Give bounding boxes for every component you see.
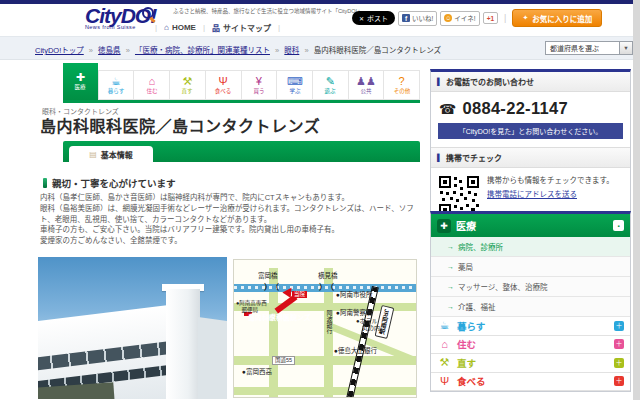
arrow-icon: → [447, 243, 454, 250]
contact-box: ▌ お電話でのお問い合わせ ☎ 0884-22-1147 「CityDO!を見た… [430, 69, 631, 225]
sidebar-item-living[interactable]: ☕ 暮らす ＋ [431, 317, 630, 336]
header-mark-icon: ▌ [437, 154, 442, 161]
building-tower [166, 289, 200, 399]
submenu-label: マッサージ、整体、治療院 [458, 281, 548, 292]
breadcrumb: CityDO!トップ » 徳島県 » 「医療・病院、診療所」関連業種リスト » … [35, 44, 441, 55]
tab-repair[interactable]: ⚒ 直す [170, 70, 206, 100]
breadcrumb-separator: » [275, 46, 279, 55]
medical-submenu: → 病院、診療所 → 薬局 → マッサージ、整体、治療院 → 介護、福祉 [431, 237, 630, 317]
add-favorite-label: お気に入りに追加 [532, 13, 592, 24]
site-logo[interactable]: CityDO! News from Suisse [85, 6, 156, 30]
poi-bank: ●徳島大正銀行 [334, 347, 377, 354]
nav-divider: | [203, 23, 205, 32]
arrow-icon: → [447, 263, 454, 270]
social-buttons: ✕ ポスト f いいね! ☺ イイネ! +1 | ✦ お気に入りに追加 [352, 9, 602, 27]
clinic-photo [38, 257, 227, 399]
nav-home-label: HOME [172, 23, 196, 32]
breadcrumb-home[interactable]: CityDO!トップ [35, 46, 84, 55]
tab-eating[interactable]: Ψ 食べる [206, 70, 242, 100]
tab-learning[interactable]: ⌨ 学ぶ [277, 70, 313, 100]
tab-medical[interactable]: ✚ 医療 [63, 63, 98, 100]
x-post-label: ポスト [367, 13, 388, 23]
people-icon: ♟♟ [356, 76, 376, 87]
sidebar-item-label: 直す [457, 356, 609, 370]
tab-shopping[interactable]: ¥ 買う [242, 70, 278, 100]
iine-label: イイネ! [454, 13, 475, 23]
pencil-icon: ✎ [326, 76, 335, 87]
coffee-cup-icon: ☕ [437, 319, 452, 332]
arrow-icon: → [447, 303, 454, 310]
poi-police: ●阿南警察署 [336, 309, 372, 316]
mobile-box-header: ▌ 携帯でチェック [431, 147, 630, 168]
facebook-like-button[interactable]: f いいね! [398, 11, 437, 26]
submenu-item-care[interactable]: → 介護、福祉 [431, 297, 630, 317]
access-map: ）（ ）（ 富岡橋 横見橋 JR阿南駅 当院 島内科眼科医院 島コンタクトレンズ… [233, 259, 417, 398]
expand-button[interactable]: ＋ [614, 376, 624, 386]
facebook-icon: f [402, 14, 410, 22]
paragraph: 眼科（島裕美医師）は、網膜光凝固手術などレーザー治療が受けられます。コンタクトレ… [40, 204, 422, 226]
tab-housing[interactable]: ⌂ 住む [134, 70, 170, 100]
add-favorite-button[interactable]: ✦ お気に入りに追加 [512, 9, 602, 27]
nav-sitemap-link[interactable]: 品 サイトマップ [212, 22, 271, 33]
site-description: ふるさと納税、特産品、旅行などで生活に役立つ地域情報サイト「CityDO!」 [173, 7, 363, 15]
fork-knife-icon: Ψ [219, 76, 228, 87]
mobile-heading: 携帯でチェック [446, 152, 502, 163]
expand-button[interactable]: ＋ [614, 339, 624, 349]
poi-school: ●富岡西高 [242, 368, 272, 375]
collapse-toggle-button[interactable]: ▪ [613, 220, 624, 231]
tab-label: 公共 [360, 88, 371, 94]
nav-divider: | [278, 23, 280, 32]
map-road [234, 387, 417, 395]
tab-public[interactable]: ♟♟ 公共 [349, 70, 385, 100]
bridge-label: 横見橋 [318, 272, 338, 279]
tab-play[interactable]: ✎ 遊ぶ [313, 70, 349, 100]
expand-button[interactable]: ＋ [614, 321, 624, 331]
breadcrumb-industry-list[interactable]: 「医療・病院、診療所」関連業種リスト [135, 46, 270, 55]
sidebar-categories: ☕ 暮らす ＋ ⌂ 住む ＋ ⚒ 直す ＋ Ψ 食べる ＋ [431, 317, 630, 391]
contact-box-header: ▌ お電話でのお問い合わせ [431, 72, 630, 92]
section-heading: 親切・丁寧を心がけています [43, 176, 176, 190]
house-icon: ⌂ [437, 338, 452, 350]
breadcrumb-category[interactable]: 眼科 [284, 46, 299, 55]
send-address-link[interactable]: 携帯電話にアドレスを送る [487, 189, 577, 200]
sidebar-item-repair[interactable]: ⚒ 直す ＋ [431, 354, 630, 373]
sidebar-item-label: 暮らす [457, 319, 609, 333]
menu-medical-header[interactable]: ✚ 医療 ▪ [431, 214, 630, 237]
x-post-button[interactable]: ✕ ポスト [352, 11, 395, 25]
nav-home-link[interactable]: ⌂ HOME [164, 23, 196, 32]
prefecture-select[interactable]: 都道府県を選ぶ ▼ [545, 41, 633, 55]
submenu-label: 介護、福祉 [458, 301, 496, 312]
section-heading-text: 親切・丁寧を心がけています [52, 176, 176, 190]
submenu-item-pharmacy[interactable]: → 薬局 [431, 257, 630, 277]
wrench-icon: ⚒ [183, 76, 193, 87]
paragraph: 車椅子の方も、ご安心下さい。当院はバリアフリー建築です。院内貸出し用の車椅子有。 [40, 225, 422, 236]
nav-divider: | [155, 23, 157, 32]
sidebar-item-eating[interactable]: Ψ 食べる ＋ [431, 373, 630, 392]
smile-icon: ☺ [444, 14, 452, 22]
header-nav: | ⌂ HOME | 品 サイトマップ | [155, 22, 280, 33]
sidebar-item-label: 食べる [457, 374, 609, 388]
iine-button[interactable]: ☺ イイネ! [440, 11, 479, 26]
gplus-icon: +1 [487, 15, 494, 22]
breadcrumb-separator: » [126, 46, 130, 55]
submenu-item-hospitals[interactable]: → 病院、診療所 [431, 237, 630, 257]
tab-label: 買う [253, 88, 264, 94]
green-bar-icon [43, 178, 47, 188]
info-tab-strip: ▤ 基本情報 [63, 141, 420, 162]
tab-other[interactable]: ? その他 [384, 70, 420, 100]
sidebar-item-housing[interactable]: ⌂ 住む ＋ [431, 336, 630, 355]
expand-button[interactable]: ＋ [614, 358, 624, 368]
phone-row: ☎ 0884-22-1147 [431, 92, 630, 123]
breadcrumb-prefecture[interactable]: 徳島県 [98, 46, 121, 55]
magnifier-icon [142, 7, 154, 19]
paragraph: 内科（島孝仁医師、島かさ音医師）は脳神経内科が専門で、院内にCTスキャンもありま… [40, 193, 422, 204]
tab-living[interactable]: ☕ 暮らす [98, 70, 135, 100]
tab-basic-info[interactable]: ▤ 基本情報 [69, 146, 153, 162]
house-icon: ⌂ [148, 76, 155, 87]
submenu-item-massage[interactable]: → マッサージ、整体、治療院 [431, 277, 630, 297]
sidebar-item-label: 住む [457, 337, 609, 351]
google-plus-one-button[interactable]: +1 [483, 12, 498, 24]
coffee-cup-icon: ☕ [111, 76, 121, 87]
tab-label: 遊ぶ [325, 88, 336, 94]
medical-cross-icon: ✚ [437, 219, 451, 233]
